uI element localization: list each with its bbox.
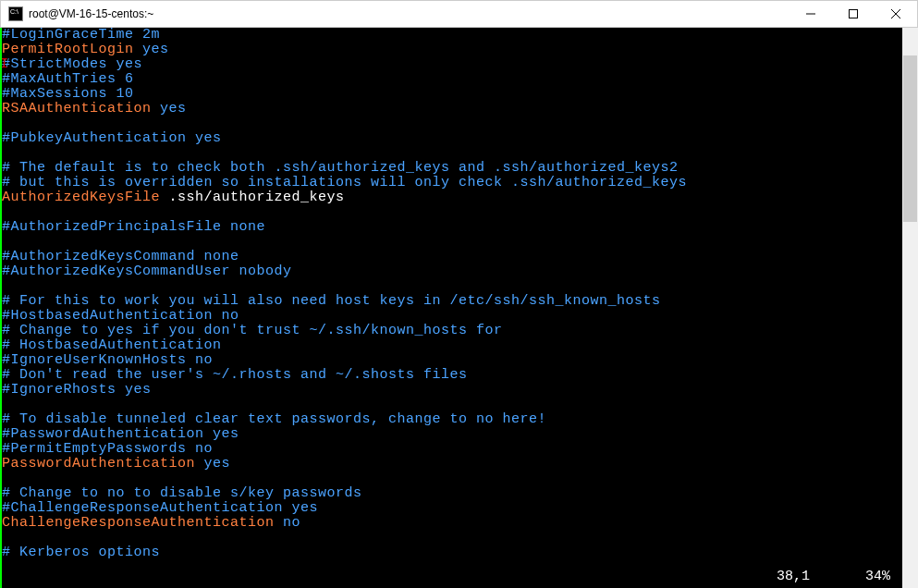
text-segment: #IgnoreRhosts yes xyxy=(2,382,152,398)
text-segment: #PubkeyAuthentication yes xyxy=(2,130,222,146)
terminal-line xyxy=(2,146,918,161)
terminal-line: # HostbasedAuthentication xyxy=(2,338,918,353)
text-segment: # Don't read the user's ~/.rhosts and ~/… xyxy=(2,367,468,383)
terminal-line: RSAAuthentication yes xyxy=(2,102,918,116)
svg-rect-1 xyxy=(850,10,858,18)
terminal-line: AuthorizedKeysFile .ssh/authorized_keys xyxy=(2,190,918,205)
terminal-line: # Change to yes if you don't trust ~/.ss… xyxy=(2,324,918,338)
text-segment: # The default is to check both .ssh/auth… xyxy=(2,160,679,176)
text-segment: # Change to no to disable s/key password… xyxy=(2,485,362,501)
terminal-line: #PermitEmptyPasswords no xyxy=(2,442,918,457)
text-segment: # Kerberos options xyxy=(2,545,160,560)
terminal-line: #AuthorizedKeysCommandUser nobody xyxy=(2,264,918,279)
text-segment: yes xyxy=(142,42,169,57)
minimize-button[interactable] xyxy=(789,1,832,27)
text-segment: PermitRootLogin xyxy=(2,42,134,57)
text-segment: #PasswordAuthentication yes xyxy=(2,426,239,442)
text-segment: RSAAuthentication xyxy=(2,101,152,116)
terminal-line: # but this is overridden so installation… xyxy=(2,176,918,190)
text-segment: # To disable tunneled clear text passwor… xyxy=(2,411,546,427)
terminal-content[interactable]: #LoginGraceTime 2mPermitRootLogin yes#St… xyxy=(2,28,918,560)
text-segment: #AuthorizedKeysCommandUser nobody xyxy=(2,263,292,279)
terminal-line: # To disable tunneled clear text passwor… xyxy=(2,412,918,427)
terminal-line: # For this to work you will also need ho… xyxy=(2,294,918,309)
close-button[interactable] xyxy=(875,1,917,27)
text-segment xyxy=(152,101,161,116)
window-title: root@VM-16-15-centos:~ xyxy=(29,7,789,20)
window-titlebar: root@VM-16-15-centos:~ xyxy=(0,0,918,28)
maximize-button[interactable] xyxy=(832,1,875,27)
text-segment: no xyxy=(283,515,300,531)
text-segment xyxy=(195,456,204,472)
terminal-line: #IgnoreRhosts yes xyxy=(2,383,918,398)
text-segment: #PermitEmptyPasswords no xyxy=(2,441,213,457)
terminal-line: #StrictModes yes xyxy=(2,57,918,72)
scrollbar-thumb[interactable] xyxy=(903,55,917,222)
text-segment: # Change to yes if you don't trust ~/.ss… xyxy=(2,323,503,338)
terminal-line: # Kerberos options xyxy=(2,545,918,560)
text-segment: .ssh/authorized_keys xyxy=(160,190,345,205)
terminal-line: #ChallengeResponseAuthentication yes xyxy=(2,501,918,516)
terminal-viewport[interactable]: I #LoginGraceTime 2mPermitRootLogin yes#… xyxy=(0,28,918,588)
terminal-line: # The default is to check both .ssh/auth… xyxy=(2,161,918,176)
text-segment xyxy=(134,42,143,57)
text-segment: # but this is overridden so installation… xyxy=(2,175,687,190)
terminal-line: #LoginGraceTime 2m xyxy=(2,28,918,43)
text-segment: #AuthorizedPrincipalsFile none xyxy=(2,219,265,235)
terminal-line xyxy=(2,398,918,412)
text-segment: # For this to work you will also need ho… xyxy=(2,293,661,309)
terminal-line xyxy=(2,235,918,250)
text-segment: #AuthorizedKeysCommand none xyxy=(2,249,239,264)
text-segment: #MaxSessions 10 xyxy=(2,86,134,102)
terminal-line: #AuthorizedKeysCommand none xyxy=(2,250,918,264)
text-segment: AuthorizedKeysFile xyxy=(2,190,160,205)
terminal-line: #AuthorizedPrincipalsFile none xyxy=(2,220,918,235)
terminal-line: ChallengeResponseAuthentication no xyxy=(2,516,918,531)
terminal-line xyxy=(2,531,918,545)
terminal-line: PasswordAuthentication yes xyxy=(2,457,918,472)
terminal-line xyxy=(2,116,918,131)
scroll-percent: 34% xyxy=(865,570,890,584)
terminal-line: #IgnoreUserKnownHosts no xyxy=(2,353,918,368)
scrollbar[interactable] xyxy=(902,28,918,588)
terminal-line: #HostbasedAuthentication no xyxy=(2,309,918,324)
text-segment: ChallengeResponseAuthentication xyxy=(2,515,275,531)
terminal-line xyxy=(2,279,918,294)
text-segment: #HostbasedAuthentication no xyxy=(2,308,239,324)
terminal-icon xyxy=(8,6,23,21)
terminal-line: # Don't read the user's ~/.rhosts and ~/… xyxy=(2,368,918,383)
terminal-line: #PasswordAuthentication yes xyxy=(2,427,918,442)
text-segment: yes xyxy=(160,101,187,116)
terminal-line: #PubkeyAuthentication yes xyxy=(2,131,918,146)
text-segment: #StrictModes yes xyxy=(2,56,142,72)
window-controls xyxy=(789,1,917,27)
terminal-line: # Change to no to disable s/key password… xyxy=(2,486,918,501)
vim-status-line: 38,1 34% xyxy=(777,570,890,584)
terminal-line: PermitRootLogin yes xyxy=(2,43,918,57)
text-segment: PasswordAuthentication xyxy=(2,456,195,472)
text-segment: #MaxAuthTries 6 xyxy=(2,71,134,87)
cursor-position: 38,1 xyxy=(777,570,810,584)
terminal-line: #MaxAuthTries 6 xyxy=(2,72,918,87)
text-segment: #IgnoreUserKnownHosts no xyxy=(2,352,213,368)
text-segment: # HostbasedAuthentication xyxy=(2,337,222,353)
text-segment: #LoginGraceTime 2m xyxy=(2,28,160,43)
terminal-line xyxy=(2,205,918,220)
text-segment xyxy=(275,515,284,531)
terminal-line xyxy=(2,472,918,486)
text-segment: #ChallengeResponseAuthentication yes xyxy=(2,500,318,516)
cursor-mark-icon: I xyxy=(0,57,8,72)
text-segment: yes xyxy=(204,456,231,472)
terminal-line: #MaxSessions 10 xyxy=(2,87,918,102)
